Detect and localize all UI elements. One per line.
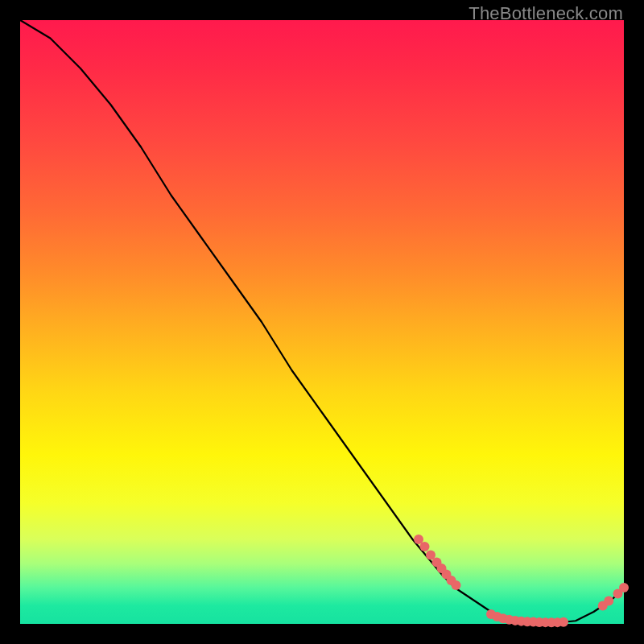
right-up-4 — [619, 583, 629, 592]
chart-frame: TheBottleneck.com — [0, 0, 644, 644]
markers-group — [414, 535, 629, 627]
cluster-left-2 — [420, 542, 430, 551]
cluster-left-8 — [452, 580, 461, 590]
right-up-2 — [604, 597, 613, 606]
curve-line — [20, 20, 624, 623]
chart-overlay — [20, 20, 624, 624]
clump-valley-13 — [559, 617, 568, 627]
watermark-text: TheBottleneck.com — [469, 3, 623, 24]
